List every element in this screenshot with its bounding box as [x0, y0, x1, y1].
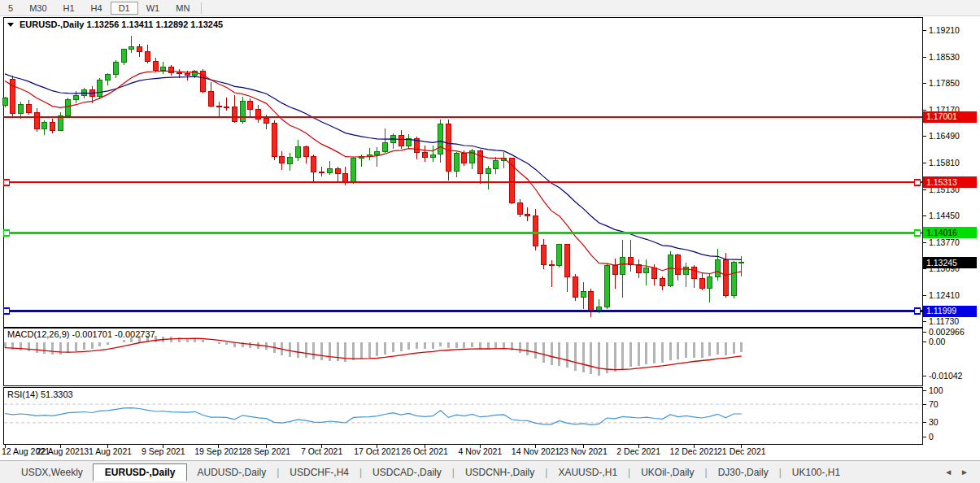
- chart-tab-usdx-weekly[interactable]: USDX,Weekly: [11, 464, 93, 481]
- chart-title: EURUSD-,Daily 1.13256 1.13411 1.12892 1.…: [7, 20, 223, 29]
- svg-text:1.13770: 1.13770: [929, 237, 960, 247]
- timeframe-button-5[interactable]: 5: [0, 2, 21, 15]
- svg-text:17 Oct 2021: 17 Oct 2021: [354, 446, 400, 456]
- toolbar-separator: [201, 2, 202, 14]
- svg-text:12 Dec 2021: 12 Dec 2021: [670, 446, 719, 456]
- svg-text:100: 100: [929, 385, 943, 395]
- chart-tab-bar: USDX,WeeklyEURUSD-,DailyAUDUSD-,Daily|US…: [0, 460, 980, 483]
- svg-text:1.17850: 1.17850: [929, 78, 960, 88]
- timeframe-button-mn[interactable]: MN: [168, 2, 198, 15]
- svg-text:0.00: 0.00: [929, 337, 946, 346]
- tabs-scroll-left-icon[interactable]: ◄: [944, 468, 952, 476]
- svg-text:1.15810: 1.15810: [929, 158, 960, 168]
- svg-text:19 Sep 2021: 19 Sep 2021: [194, 446, 243, 456]
- chart-tab-ukoil-daily[interactable]: UKOil-,Daily: [631, 464, 703, 481]
- chart-tab-xauusd-h1[interactable]: XAUUSD-,H1: [548, 464, 627, 481]
- chart-tab-dj30-daily[interactable]: DJ30-,Daily: [708, 464, 778, 481]
- svg-text:1.19210: 1.19210: [929, 25, 960, 35]
- svg-text:4 Nov 2021: 4 Nov 2021: [459, 446, 503, 456]
- svg-text:1.18530: 1.18530: [929, 52, 960, 62]
- svg-text:1.16490: 1.16490: [929, 131, 960, 141]
- price-chart-svg: 1.192101.185301.178501.171701.164901.158…: [0, 0, 980, 483]
- svg-text:9 Sep 2021: 9 Sep 2021: [142, 446, 185, 456]
- svg-text:70: 70: [929, 399, 939, 409]
- svg-text:1.11999: 1.11999: [926, 306, 956, 315]
- svg-text:31 Aug 2021: 31 Aug 2021: [84, 446, 132, 456]
- svg-text:0.002966: 0.002966: [929, 327, 965, 337]
- chart-panels: [3, 17, 922, 444]
- svg-text:0: 0: [929, 432, 934, 442]
- tabs-scroll-arrows: ◄ ►: [933, 468, 980, 476]
- svg-text:1.14016: 1.14016: [926, 228, 957, 237]
- svg-text:1.12410: 1.12410: [929, 290, 960, 300]
- svg-text:28 Sep 2021: 28 Sep 2021: [242, 446, 291, 456]
- chart-tab-uk100-h1[interactable]: UK100-,H1: [782, 464, 850, 481]
- svg-text:1.15313: 1.15313: [926, 177, 957, 187]
- timeframe-toolbar: 5M30H1H4D1W1MN: [0, 0, 980, 16]
- svg-text:23 Nov 2021: 23 Nov 2021: [559, 446, 608, 456]
- timeframe-button-w1[interactable]: W1: [138, 2, 168, 15]
- chart-tab-usdcnh-daily[interactable]: USDCNH-,Daily: [455, 464, 544, 481]
- svg-text:MACD(12,26,9) -0.001701 -0.002: MACD(12,26,9) -0.001701 -0.002737: [7, 329, 155, 339]
- svg-text:14 Nov 2021: 14 Nov 2021: [512, 446, 560, 456]
- svg-text:7 Oct 2021: 7 Oct 2021: [301, 446, 343, 456]
- chart-tab-usdchf-h4[interactable]: USDCHF-,H4: [280, 464, 359, 481]
- svg-text:22 Aug 2021: 22 Aug 2021: [37, 446, 85, 456]
- svg-text:21 Dec 2021: 21 Dec 2021: [717, 446, 766, 456]
- timeframe-button-m30[interactable]: M30: [21, 2, 54, 15]
- svg-text:EURUSD-,Daily 1.13256 1.13411: EURUSD-,Daily 1.13256 1.13411 1.12892 1.…: [20, 20, 223, 29]
- chart-tab-eurusd-daily[interactable]: EURUSD-,Daily: [93, 463, 188, 481]
- svg-text:26 Oct 2021: 26 Oct 2021: [402, 446, 448, 456]
- svg-text:RSI(14) 51.3303: RSI(14) 51.3303: [7, 389, 73, 399]
- svg-text:1.11730: 1.11730: [929, 316, 959, 326]
- price-axis: 1.192101.185301.178501.171701.164901.158…: [922, 25, 977, 326]
- timeframe-button-d1[interactable]: D1: [111, 2, 138, 15]
- timeframe-button-h1[interactable]: H1: [55, 2, 83, 15]
- date-axis: 12 Aug 202122 Aug 202131 Aug 20219 Sep 2…: [2, 444, 766, 456]
- chart-tab-audusd-daily[interactable]: AUDUSD-,Daily: [187, 464, 276, 481]
- chart-tabs: USDX,WeeklyEURUSD-,DailyAUDUSD-,Daily|US…: [0, 461, 933, 483]
- svg-text:1.17001: 1.17001: [926, 111, 957, 121]
- svg-text:-0.01042: -0.01042: [929, 371, 963, 381]
- svg-text:1.14450: 1.14450: [929, 211, 960, 220]
- tabs-scroll-right-icon[interactable]: ►: [960, 468, 969, 476]
- svg-text:1.13245: 1.13245: [926, 258, 957, 268]
- timeframe-button-h4[interactable]: H4: [83, 2, 111, 15]
- chart-tab-usdcad-daily[interactable]: USDCAD-,Daily: [363, 464, 451, 481]
- svg-text:30: 30: [929, 417, 939, 427]
- svg-text:2 Dec 2021: 2 Dec 2021: [616, 446, 660, 456]
